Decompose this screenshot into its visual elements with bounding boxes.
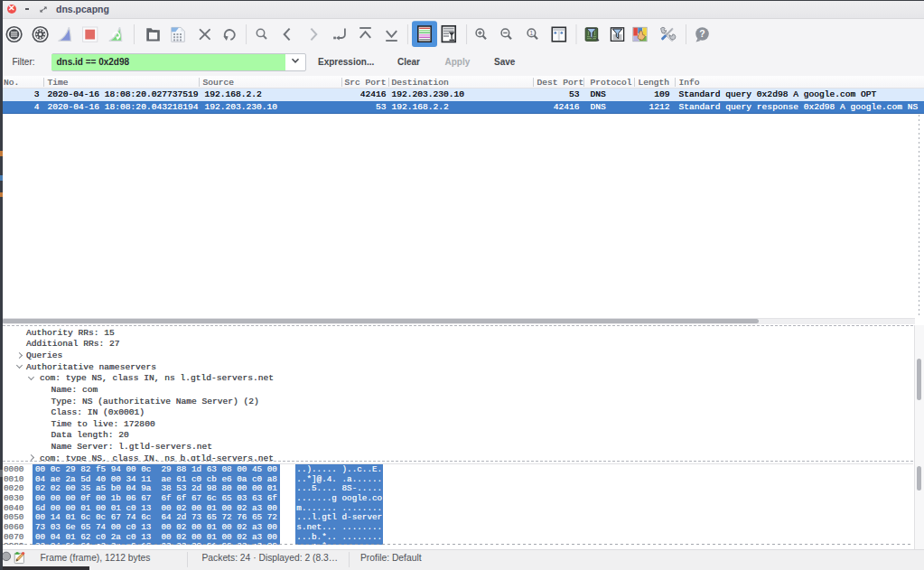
svg-text:?: ?: [699, 28, 705, 39]
svg-text:1: 1: [530, 30, 534, 36]
